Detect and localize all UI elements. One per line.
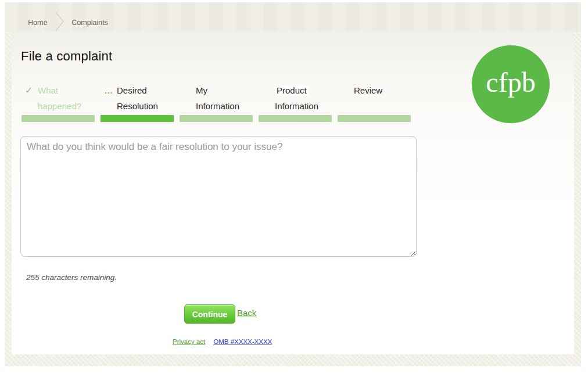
- omb-link[interactable]: OMB #XXXX-XXXX: [213, 338, 272, 345]
- step-my-information[interactable]: My Information: [180, 83, 253, 122]
- step-label: My Information: [180, 83, 253, 114]
- ellipsis-icon: …: [104, 83, 113, 98]
- step-label-line2: Resolution: [117, 98, 174, 114]
- check-icon: ✓: [25, 83, 33, 98]
- content-panel: File a complaint cfpb ✓ What happened? ……: [12, 31, 574, 354]
- step-label-line1: Desired: [117, 83, 174, 98]
- step-progress-bar: [21, 115, 95, 122]
- step-progress-bar: [259, 115, 332, 122]
- back-link[interactable]: Back: [237, 308, 256, 318]
- step-label-line2: happened?: [38, 98, 95, 114]
- footer-links: Privacy act OMB #XXXX-XXXX: [173, 338, 272, 345]
- breadcrumb-item-complaints: Complaints: [71, 17, 108, 28]
- step-label-line2: Information: [275, 98, 332, 114]
- cfpb-logo-text: cfpb: [486, 69, 535, 100]
- step-what-happened[interactable]: ✓ What happened?: [21, 83, 95, 122]
- step-label-line1: Review: [354, 83, 411, 98]
- step-label-line2: Information: [196, 98, 253, 114]
- step-progress-bar: [101, 115, 174, 122]
- cfpb-logo: cfpb: [472, 45, 550, 123]
- page-title: File a complaint: [21, 49, 112, 64]
- breadcrumb-item-home[interactable]: Home: [28, 17, 47, 28]
- header-band: Home Complaints: [5, 2, 581, 33]
- chars-remaining: 255 characters remaining.: [26, 273, 117, 282]
- breadcrumb-chevron-icon: [55, 12, 64, 34]
- step-label-line1: My: [196, 83, 253, 98]
- step-progress-bar: [338, 115, 411, 122]
- page-frame: Home Complaints File a complaint cfpb ✓ …: [5, 2, 581, 366]
- step-label: Product Information: [259, 83, 332, 114]
- step-label-line1: What: [38, 83, 95, 98]
- continue-button[interactable]: Continue: [184, 304, 235, 324]
- resolution-textarea[interactable]: [20, 136, 417, 257]
- breadcrumb: Home Complaints: [28, 12, 108, 34]
- steps-nav: ✓ What happened? … Desired Resolution My: [21, 83, 417, 122]
- step-desired-resolution[interactable]: … Desired Resolution: [101, 83, 174, 122]
- step-label: Review: [338, 83, 411, 114]
- step-review[interactable]: Review: [338, 83, 411, 122]
- step-label-line1: Product: [275, 85, 309, 95]
- step-progress-bar: [180, 115, 253, 122]
- step-product-information[interactable]: Product Information: [259, 83, 332, 122]
- privacy-act-link[interactable]: Privacy act: [173, 338, 205, 345]
